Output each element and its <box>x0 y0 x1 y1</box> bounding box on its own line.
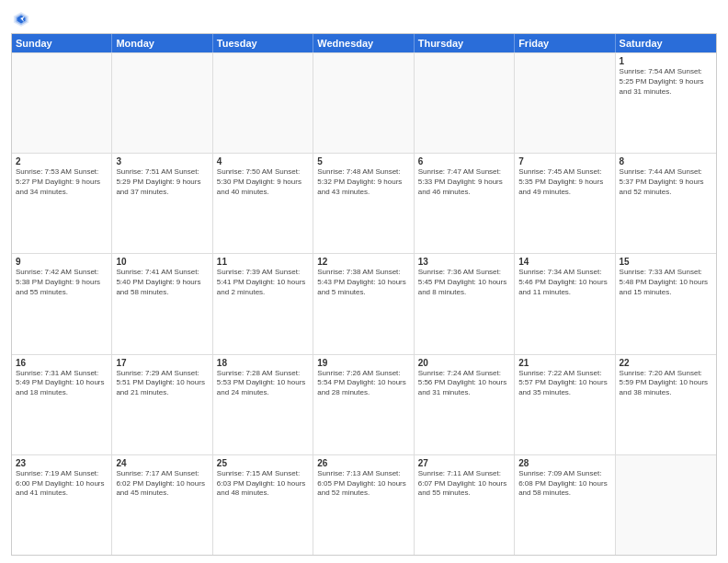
day-info: Sunrise: 7:20 AM Sunset: 5:59 PM Dayligh… <box>620 369 712 398</box>
day-number: 28 <box>518 458 610 468</box>
day-info: Sunrise: 7:29 AM Sunset: 5:51 PM Dayligh… <box>116 369 208 398</box>
day-number: 16 <box>16 358 108 368</box>
day-info: Sunrise: 7:28 AM Sunset: 5:53 PM Dayligh… <box>217 369 309 398</box>
page: SundayMondayTuesdayWednesdayThursdayFrid… <box>0 0 728 563</box>
day-number: 14 <box>518 257 610 267</box>
calendar-cell: 3Sunrise: 7:51 AM Sunset: 5:29 PM Daylig… <box>112 154 212 253</box>
calendar-cell <box>213 53 313 153</box>
day-info: Sunrise: 7:45 AM Sunset: 5:35 PM Dayligh… <box>518 167 610 197</box>
day-info: Sunrise: 7:33 AM Sunset: 5:48 PM Dayligh… <box>620 268 712 297</box>
day-info: Sunrise: 7:26 AM Sunset: 5:54 PM Dayligh… <box>317 369 409 398</box>
calendar-cell: 22Sunrise: 7:20 AM Sunset: 5:59 PM Dayli… <box>616 355 716 454</box>
day-info: Sunrise: 7:42 AM Sunset: 5:38 PM Dayligh… <box>16 268 108 297</box>
day-number: 12 <box>317 257 409 267</box>
calendar-cell: 21Sunrise: 7:22 AM Sunset: 5:57 PM Dayli… <box>515 355 615 454</box>
header-day-friday: Friday <box>515 34 615 52</box>
day-info: Sunrise: 7:50 AM Sunset: 5:30 PM Dayligh… <box>217 167 309 197</box>
calendar-cell: 19Sunrise: 7:26 AM Sunset: 5:54 PM Dayli… <box>313 355 414 454</box>
calendar-cell <box>112 53 212 153</box>
calendar-cell: 12Sunrise: 7:38 AM Sunset: 5:43 PM Dayli… <box>313 254 414 353</box>
calendar-cell <box>415 53 515 153</box>
day-info: Sunrise: 7:09 AM Sunset: 6:08 PM Dayligh… <box>518 469 610 499</box>
calendar-cell: 9Sunrise: 7:42 AM Sunset: 5:38 PM Daylig… <box>12 254 112 353</box>
day-info: Sunrise: 7:31 AM Sunset: 5:49 PM Dayligh… <box>16 369 108 398</box>
day-info: Sunrise: 7:22 AM Sunset: 5:57 PM Dayligh… <box>518 369 610 398</box>
calendar-cell: 27Sunrise: 7:11 AM Sunset: 6:07 PM Dayli… <box>415 455 515 555</box>
header-day-monday: Monday <box>112 34 212 52</box>
calendar-cell: 11Sunrise: 7:39 AM Sunset: 5:41 PM Dayli… <box>213 254 313 353</box>
day-info: Sunrise: 7:19 AM Sunset: 6:00 PM Dayligh… <box>16 469 108 499</box>
logo <box>11 13 29 28</box>
day-number: 2 <box>16 156 108 167</box>
day-info: Sunrise: 7:13 AM Sunset: 6:05 PM Dayligh… <box>317 469 409 499</box>
calendar-cell: 14Sunrise: 7:34 AM Sunset: 5:46 PM Dayli… <box>515 254 615 353</box>
logo-icon <box>13 11 29 28</box>
calendar-row-5: 23Sunrise: 7:19 AM Sunset: 6:00 PM Dayli… <box>12 454 716 555</box>
day-number: 11 <box>217 257 309 267</box>
calendar-cell: 16Sunrise: 7:31 AM Sunset: 5:49 PM Dayli… <box>12 355 112 454</box>
calendar-cell: 15Sunrise: 7:33 AM Sunset: 5:48 PM Dayli… <box>616 254 716 353</box>
day-number: 20 <box>418 358 510 368</box>
calendar-cell: 8Sunrise: 7:44 AM Sunset: 5:37 PM Daylig… <box>616 154 716 253</box>
calendar-cell <box>515 53 615 153</box>
day-number: 23 <box>16 458 108 468</box>
day-number: 15 <box>620 257 712 267</box>
header-day-thursday: Thursday <box>415 34 515 52</box>
calendar-cell: 26Sunrise: 7:13 AM Sunset: 6:05 PM Dayli… <box>313 455 414 555</box>
day-number: 7 <box>518 156 610 167</box>
calendar-cell: 2Sunrise: 7:53 AM Sunset: 5:27 PM Daylig… <box>12 154 112 253</box>
calendar-row-4: 16Sunrise: 7:31 AM Sunset: 5:49 PM Dayli… <box>12 354 716 454</box>
calendar-cell: 24Sunrise: 7:17 AM Sunset: 6:02 PM Dayli… <box>112 455 212 555</box>
day-info: Sunrise: 7:41 AM Sunset: 5:40 PM Dayligh… <box>116 268 208 297</box>
calendar-cell: 6Sunrise: 7:47 AM Sunset: 5:33 PM Daylig… <box>415 154 515 253</box>
day-number: 27 <box>418 458 510 468</box>
day-info: Sunrise: 7:34 AM Sunset: 5:46 PM Dayligh… <box>518 268 610 297</box>
day-number: 8 <box>620 156 712 167</box>
day-number: 26 <box>317 458 409 468</box>
header <box>11 9 717 28</box>
calendar-cell <box>313 53 414 153</box>
calendar-row-1: 1Sunrise: 7:54 AM Sunset: 5:25 PM Daylig… <box>12 52 716 153</box>
calendar-cell: 7Sunrise: 7:45 AM Sunset: 5:35 PM Daylig… <box>515 154 615 253</box>
day-number: 4 <box>217 156 309 167</box>
header-day-sunday: Sunday <box>12 34 112 52</box>
day-number: 19 <box>317 358 409 368</box>
day-info: Sunrise: 7:53 AM Sunset: 5:27 PM Dayligh… <box>16 167 108 197</box>
day-info: Sunrise: 7:11 AM Sunset: 6:07 PM Dayligh… <box>418 469 510 499</box>
day-number: 22 <box>620 358 712 368</box>
day-number: 5 <box>317 156 409 167</box>
day-number: 1 <box>620 56 712 66</box>
calendar-cell: 28Sunrise: 7:09 AM Sunset: 6:08 PM Dayli… <box>515 455 615 555</box>
day-info: Sunrise: 7:44 AM Sunset: 5:37 PM Dayligh… <box>620 167 712 197</box>
calendar-cell: 23Sunrise: 7:19 AM Sunset: 6:00 PM Dayli… <box>12 455 112 555</box>
day-number: 17 <box>116 358 208 368</box>
day-number: 3 <box>116 156 208 167</box>
calendar-cell: 25Sunrise: 7:15 AM Sunset: 6:03 PM Dayli… <box>213 455 313 555</box>
day-info: Sunrise: 7:38 AM Sunset: 5:43 PM Dayligh… <box>317 268 409 297</box>
day-number: 24 <box>116 458 208 468</box>
calendar-header: SundayMondayTuesdayWednesdayThursdayFrid… <box>12 34 716 52</box>
calendar-cell <box>616 455 716 555</box>
calendar-cell <box>12 53 112 153</box>
day-info: Sunrise: 7:17 AM Sunset: 6:02 PM Dayligh… <box>116 469 208 499</box>
calendar-cell: 18Sunrise: 7:28 AM Sunset: 5:53 PM Dayli… <box>213 355 313 454</box>
calendar-row-3: 9Sunrise: 7:42 AM Sunset: 5:38 PM Daylig… <box>12 253 716 353</box>
day-number: 18 <box>217 358 309 368</box>
day-number: 10 <box>116 257 208 267</box>
calendar-cell: 17Sunrise: 7:29 AM Sunset: 5:51 PM Dayli… <box>112 355 212 454</box>
day-info: Sunrise: 7:47 AM Sunset: 5:33 PM Dayligh… <box>418 167 510 197</box>
calendar-cell: 4Sunrise: 7:50 AM Sunset: 5:30 PM Daylig… <box>213 154 313 253</box>
day-info: Sunrise: 7:15 AM Sunset: 6:03 PM Dayligh… <box>217 469 309 499</box>
calendar: SundayMondayTuesdayWednesdayThursdayFrid… <box>11 33 717 556</box>
calendar-cell: 13Sunrise: 7:36 AM Sunset: 5:45 PM Dayli… <box>415 254 515 353</box>
header-day-tuesday: Tuesday <box>213 34 313 52</box>
day-info: Sunrise: 7:54 AM Sunset: 5:25 PM Dayligh… <box>620 67 712 97</box>
header-day-wednesday: Wednesday <box>313 34 414 52</box>
calendar-cell: 10Sunrise: 7:41 AM Sunset: 5:40 PM Dayli… <box>112 254 212 353</box>
calendar-cell: 1Sunrise: 7:54 AM Sunset: 5:25 PM Daylig… <box>616 53 716 153</box>
day-number: 6 <box>418 156 510 167</box>
day-info: Sunrise: 7:36 AM Sunset: 5:45 PM Dayligh… <box>418 268 510 297</box>
day-number: 21 <box>518 358 610 368</box>
calendar-body: 1Sunrise: 7:54 AM Sunset: 5:25 PM Daylig… <box>12 52 716 555</box>
day-info: Sunrise: 7:39 AM Sunset: 5:41 PM Dayligh… <box>217 268 309 297</box>
